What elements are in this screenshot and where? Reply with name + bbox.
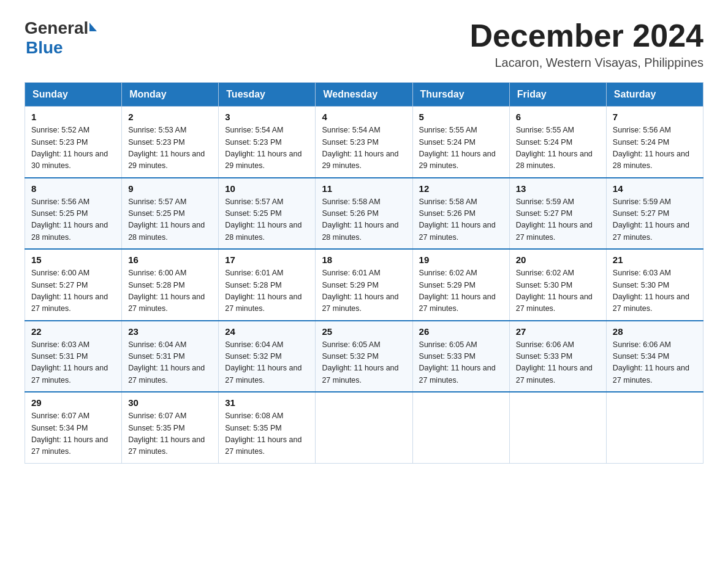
day-number: 25 [322, 326, 406, 337]
day-number: 10 [225, 183, 309, 194]
col-friday: Friday [509, 83, 606, 107]
table-row: 4 Sunrise: 5:54 AM Sunset: 5:23 PM Dayli… [316, 107, 412, 178]
day-info: Sunrise: 6:06 AM Sunset: 5:33 PM Dayligh… [516, 339, 600, 387]
day-info: Sunrise: 6:03 AM Sunset: 5:30 PM Dayligh… [613, 267, 697, 315]
day-info: Sunrise: 6:00 AM Sunset: 5:28 PM Dayligh… [128, 267, 212, 315]
day-info: Sunrise: 5:52 AM Sunset: 5:23 PM Dayligh… [31, 124, 115, 172]
day-number: 31 [225, 397, 309, 408]
table-row: 31 Sunrise: 6:08 AM Sunset: 5:35 PM Dayl… [219, 392, 316, 463]
table-row: 13 Sunrise: 5:59 AM Sunset: 5:27 PM Dayl… [509, 178, 606, 250]
day-number: 19 [419, 255, 503, 265]
table-row: 2 Sunrise: 5:53 AM Sunset: 5:23 PM Dayli… [122, 107, 219, 178]
day-info: Sunrise: 6:02 AM Sunset: 5:30 PM Dayligh… [516, 267, 600, 315]
day-number: 11 [322, 183, 406, 194]
day-info: Sunrise: 5:59 AM Sunset: 5:27 PM Dayligh… [613, 196, 697, 244]
col-saturday: Saturday [606, 83, 703, 107]
day-info: Sunrise: 6:04 AM Sunset: 5:31 PM Dayligh… [128, 339, 212, 387]
day-info: Sunrise: 6:06 AM Sunset: 5:34 PM Dayligh… [613, 339, 697, 387]
table-row: 10 Sunrise: 5:57 AM Sunset: 5:25 PM Dayl… [219, 178, 316, 250]
day-number: 6 [516, 112, 600, 122]
day-number: 3 [225, 112, 309, 122]
table-row: 23 Sunrise: 6:04 AM Sunset: 5:31 PM Dayl… [122, 321, 219, 393]
day-info: Sunrise: 6:05 AM Sunset: 5:33 PM Dayligh… [419, 339, 503, 387]
month-title: December 2024 [469, 18, 703, 53]
day-number: 22 [31, 326, 115, 337]
calendar-table: Sunday Monday Tuesday Wednesday Thursday… [25, 82, 703, 464]
logo-general-text: General [25, 18, 88, 38]
col-wednesday: Wednesday [316, 83, 412, 107]
table-row: 1 Sunrise: 5:52 AM Sunset: 5:23 PM Dayli… [25, 107, 122, 178]
table-row: 7 Sunrise: 5:56 AM Sunset: 5:24 PM Dayli… [606, 107, 703, 178]
day-number: 5 [419, 112, 503, 122]
table-row: 22 Sunrise: 6:03 AM Sunset: 5:31 PM Dayl… [25, 321, 122, 393]
col-tuesday: Tuesday [219, 83, 316, 107]
logo-triangle-icon [89, 23, 97, 31]
day-number: 2 [128, 112, 212, 122]
table-row: 18 Sunrise: 6:01 AM Sunset: 5:29 PM Dayl… [316, 249, 412, 321]
day-info: Sunrise: 6:01 AM Sunset: 5:29 PM Dayligh… [322, 267, 406, 315]
table-row: 20 Sunrise: 6:02 AM Sunset: 5:30 PM Dayl… [509, 249, 606, 321]
table-row [412, 392, 509, 463]
day-number: 21 [613, 255, 697, 265]
day-number: 18 [322, 255, 406, 265]
day-info: Sunrise: 5:57 AM Sunset: 5:25 PM Dayligh… [225, 196, 309, 244]
day-info: Sunrise: 5:58 AM Sunset: 5:26 PM Dayligh… [322, 196, 406, 244]
table-row: 9 Sunrise: 5:57 AM Sunset: 5:25 PM Dayli… [122, 178, 219, 250]
logo: General Blue [25, 18, 97, 58]
day-info: Sunrise: 5:57 AM Sunset: 5:25 PM Dayligh… [128, 196, 212, 244]
calendar-week-row: 15 Sunrise: 6:00 AM Sunset: 5:27 PM Dayl… [25, 249, 703, 321]
table-row [316, 392, 412, 463]
day-number: 15 [31, 255, 115, 265]
day-info: Sunrise: 5:53 AM Sunset: 5:23 PM Dayligh… [128, 124, 212, 172]
day-number: 20 [516, 255, 600, 265]
page-header: General Blue December 2024 Lacaron, West… [25, 18, 703, 70]
table-row [606, 392, 703, 463]
calendar-week-row: 1 Sunrise: 5:52 AM Sunset: 5:23 PM Dayli… [25, 107, 703, 178]
day-info: Sunrise: 5:54 AM Sunset: 5:23 PM Dayligh… [322, 124, 406, 172]
table-row: 19 Sunrise: 6:02 AM Sunset: 5:29 PM Dayl… [412, 249, 509, 321]
day-number: 13 [516, 183, 600, 194]
day-info: Sunrise: 6:01 AM Sunset: 5:28 PM Dayligh… [225, 267, 309, 315]
day-number: 23 [128, 326, 212, 337]
day-info: Sunrise: 5:58 AM Sunset: 5:26 PM Dayligh… [419, 196, 503, 244]
day-number: 17 [225, 255, 309, 265]
calendar-week-row: 29 Sunrise: 6:07 AM Sunset: 5:34 PM Dayl… [25, 392, 703, 463]
col-sunday: Sunday [25, 83, 122, 107]
day-number: 16 [128, 255, 212, 265]
calendar-week-row: 22 Sunrise: 6:03 AM Sunset: 5:31 PM Dayl… [25, 321, 703, 393]
calendar-header-row: Sunday Monday Tuesday Wednesday Thursday… [25, 83, 703, 107]
table-row: 28 Sunrise: 6:06 AM Sunset: 5:34 PM Dayl… [606, 321, 703, 393]
day-info: Sunrise: 5:56 AM Sunset: 5:24 PM Dayligh… [613, 124, 697, 172]
day-info: Sunrise: 5:59 AM Sunset: 5:27 PM Dayligh… [516, 196, 600, 244]
day-info: Sunrise: 6:03 AM Sunset: 5:31 PM Dayligh… [31, 339, 115, 387]
day-number: 28 [613, 326, 697, 337]
col-thursday: Thursday [412, 83, 509, 107]
day-info: Sunrise: 6:08 AM Sunset: 5:35 PM Dayligh… [225, 410, 309, 458]
table-row: 5 Sunrise: 5:55 AM Sunset: 5:24 PM Dayli… [412, 107, 509, 178]
table-row: 11 Sunrise: 5:58 AM Sunset: 5:26 PM Dayl… [316, 178, 412, 250]
table-row: 12 Sunrise: 5:58 AM Sunset: 5:26 PM Dayl… [412, 178, 509, 250]
day-info: Sunrise: 5:54 AM Sunset: 5:23 PM Dayligh… [225, 124, 309, 172]
day-info: Sunrise: 5:55 AM Sunset: 5:24 PM Dayligh… [516, 124, 600, 172]
day-number: 7 [613, 112, 697, 122]
day-info: Sunrise: 6:07 AM Sunset: 5:34 PM Dayligh… [31, 410, 115, 458]
table-row: 24 Sunrise: 6:04 AM Sunset: 5:32 PM Dayl… [219, 321, 316, 393]
table-row: 3 Sunrise: 5:54 AM Sunset: 5:23 PM Dayli… [219, 107, 316, 178]
day-number: 4 [322, 112, 406, 122]
table-row: 30 Sunrise: 6:07 AM Sunset: 5:35 PM Dayl… [122, 392, 219, 463]
day-number: 27 [516, 326, 600, 337]
day-info: Sunrise: 6:02 AM Sunset: 5:29 PM Dayligh… [419, 267, 503, 315]
table-row: 17 Sunrise: 6:01 AM Sunset: 5:28 PM Dayl… [219, 249, 316, 321]
table-row: 26 Sunrise: 6:05 AM Sunset: 5:33 PM Dayl… [412, 321, 509, 393]
table-row: 21 Sunrise: 6:03 AM Sunset: 5:30 PM Dayl… [606, 249, 703, 321]
table-row [509, 392, 606, 463]
day-info: Sunrise: 6:05 AM Sunset: 5:32 PM Dayligh… [322, 339, 406, 387]
day-number: 1 [31, 112, 115, 122]
day-number: 9 [128, 183, 212, 194]
day-info: Sunrise: 5:55 AM Sunset: 5:24 PM Dayligh… [419, 124, 503, 172]
day-number: 14 [613, 183, 697, 194]
table-row: 16 Sunrise: 6:00 AM Sunset: 5:28 PM Dayl… [122, 249, 219, 321]
logo-blue-text: Blue [26, 38, 63, 58]
day-number: 26 [419, 326, 503, 337]
table-row: 15 Sunrise: 6:00 AM Sunset: 5:27 PM Dayl… [25, 249, 122, 321]
